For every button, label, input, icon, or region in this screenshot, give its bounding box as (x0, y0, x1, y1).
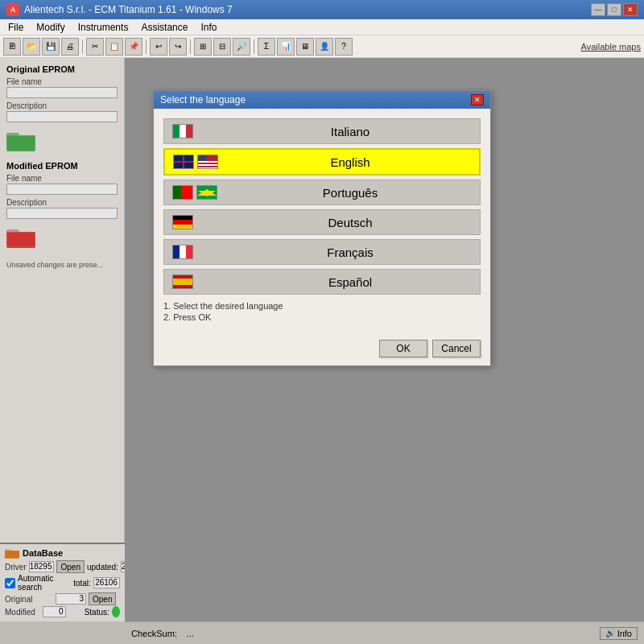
flag-br (196, 185, 217, 200)
lang-option-francais[interactable]: Français (163, 239, 481, 265)
menu-bar: File Modify Instruments Assistance Info (0, 19, 644, 35)
toolbar-btn-6[interactable]: 📋 (105, 38, 123, 56)
lang-option-deutsch[interactable]: Deutsch (163, 209, 481, 235)
toolbar-btn-14[interactable]: 📊 (277, 38, 295, 56)
espanol-label: Español (229, 275, 472, 289)
italiano-label: Italiano (229, 125, 472, 138)
dialog-title-bar: Select the language ✕ (154, 91, 490, 109)
toolbar-btn-12[interactable]: 🔎 (233, 38, 250, 56)
francais-flags (172, 245, 221, 259)
title-bar: A Alientech S.r.l. - ECM Titanium 1.61 -… (0, 0, 644, 19)
flag-de (172, 215, 193, 229)
language-dialog: Select the language ✕ Italiano (153, 90, 491, 366)
toolbar-sep-3 (190, 39, 191, 54)
english-label: English (229, 155, 471, 169)
dialog-close-button[interactable]: ✕ (471, 94, 484, 105)
toolbar-btn-9[interactable]: ↪ (169, 38, 187, 56)
window-title: Alientech S.r.l. - ECM Titanium 1.61 - W… (24, 4, 233, 15)
flag-pt (172, 185, 193, 200)
flag-es (172, 275, 193, 289)
deutsch-flags (172, 215, 221, 229)
toolbar-btn-17[interactable]: ? (335, 38, 353, 56)
toolbar: 🖹 📂 💾 🖨 ✂ 📋 📌 ↩ ↪ ⊞ ⊟ 🔎 Σ 📊 🖥 👤 ? Availa… (0, 35, 644, 58)
flag-it (172, 124, 193, 138)
minimize-button[interactable]: — (591, 3, 605, 16)
menu-info[interactable]: Info (196, 21, 221, 34)
toolbar-btn-7[interactable]: 📌 (125, 38, 142, 56)
dialog-buttons-area: OK Cancel (154, 335, 490, 365)
maximize-button[interactable]: □ (607, 3, 621, 16)
cancel-button[interactable]: Cancel (432, 340, 481, 357)
menu-assistance[interactable]: Assistance (136, 21, 192, 34)
espanol-flags (172, 275, 221, 289)
dialog-overlay: Select the language ✕ Italiano (0, 58, 644, 644)
main-area: Original EPROM File name Description Mod… (0, 58, 644, 644)
francais-label: Français (229, 246, 472, 259)
instruction-2: 2. Press OK (163, 312, 481, 322)
lang-option-portugues[interactable]: Português (163, 180, 481, 205)
app-icon: A (6, 3, 19, 16)
toolbar-btn-2[interactable]: 📂 (23, 38, 40, 56)
instruction-1: 1. Select the desired language (163, 301, 481, 311)
toolbar-sep-2 (146, 39, 147, 54)
lang-option-espanol[interactable]: Español (163, 269, 481, 295)
deutsch-label: Deutsch (229, 216, 472, 229)
ok-button[interactable]: OK (379, 340, 427, 357)
menu-file[interactable]: File (3, 21, 28, 34)
flag-us (197, 155, 218, 169)
toolbar-btn-5[interactable]: ✂ (86, 38, 104, 56)
toolbar-btn-1[interactable]: 🖹 (3, 38, 21, 56)
toolbar-btn-11[interactable]: ⊟ (213, 38, 231, 56)
toolbar-btn-13[interactable]: Σ (258, 38, 275, 56)
toolbar-btn-15[interactable]: 🖥 (296, 38, 314, 56)
menu-modify[interactable]: Modify (31, 21, 69, 34)
toolbar-btn-10[interactable]: ⊞ (194, 38, 212, 56)
dialog-body: Italiano (154, 109, 490, 335)
close-button[interactable]: ✕ (623, 3, 638, 16)
flag-uk (173, 155, 194, 169)
toolbar-btn-8[interactable]: ↩ (150, 38, 167, 56)
dialog-instructions: 1. Select the desired language 2. Press … (163, 301, 481, 322)
toolbar-btn-4[interactable]: 🖨 (61, 38, 79, 56)
english-flags (173, 155, 221, 169)
lang-option-english[interactable]: English (163, 148, 481, 175)
dialog-title: Select the language (160, 94, 246, 105)
window-frame: A Alientech S.r.l. - ECM Titanium 1.61 -… (0, 0, 644, 644)
italiano-flags (172, 124, 221, 138)
flag-fr (172, 245, 193, 259)
toolbar-btn-16[interactable]: 👤 (316, 38, 333, 56)
toolbar-sep-1 (82, 39, 83, 54)
lang-option-italiano[interactable]: Italiano (163, 118, 481, 144)
menu-instruments[interactable]: Instruments (73, 21, 134, 34)
portugues-label: Português (229, 186, 472, 200)
toolbar-sep-4 (254, 39, 254, 54)
portugues-flags (172, 185, 221, 200)
available-maps-link[interactable]: Available maps (581, 42, 641, 52)
toolbar-btn-3[interactable]: 💾 (42, 38, 60, 56)
